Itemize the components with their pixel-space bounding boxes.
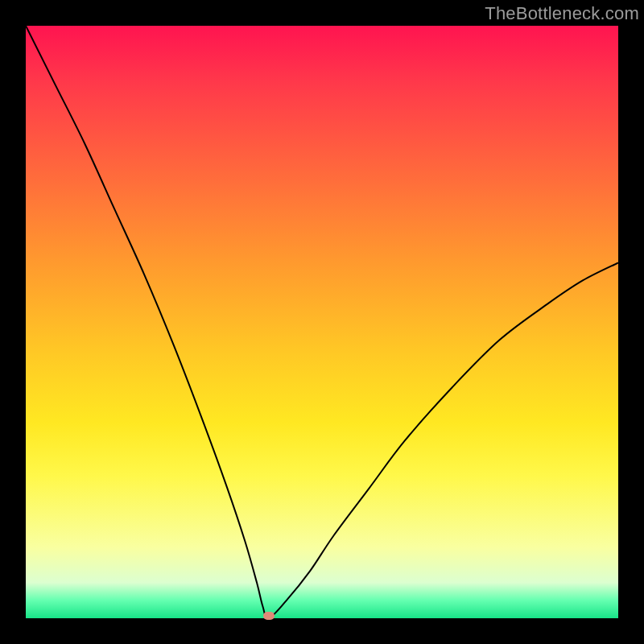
plot-area: [26, 26, 618, 618]
curve-svg: [26, 26, 618, 618]
watermark-text: TheBottleneck.com: [485, 3, 639, 24]
frame: TheBottleneck.com: [0, 0, 644, 644]
bottleneck-curve: [26, 26, 618, 618]
